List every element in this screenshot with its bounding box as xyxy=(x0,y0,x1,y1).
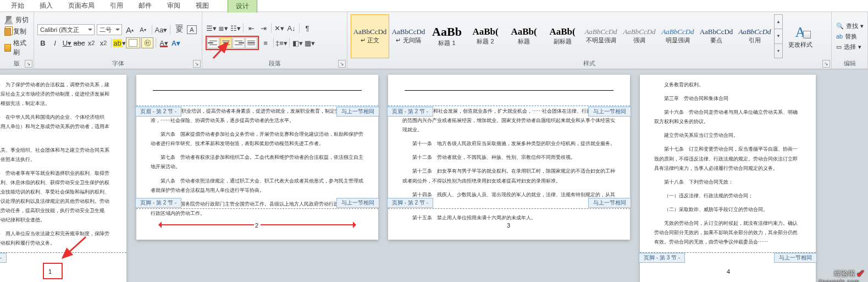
sort-button[interactable]: A↓ xyxy=(286,23,297,34)
separator xyxy=(289,38,290,48)
body-paragraph: 第十二条 劳动者就业，不因民族、种族、性别、宗教信仰不同而受歧视。 xyxy=(402,153,616,162)
subscript-button[interactable]: x2 xyxy=(86,37,97,48)
shrink-font-button[interactable]: A▾ xyxy=(137,24,148,35)
tab-layout[interactable]: 页面布局 xyxy=(60,0,102,12)
style-item[interactable]: AaBbCcDd↵ 无间隔 xyxy=(389,14,428,58)
find-button[interactable]: 🔍查找▾ xyxy=(835,22,865,30)
phonetic-guide-button[interactable]: 変 xyxy=(174,24,185,35)
header-same-as-prev-b[interactable]: 与上一节相同 xyxy=(588,107,631,117)
copy-label: 复制 xyxy=(13,27,26,36)
body-paragraph: 第一条 为了保护劳动者的合法权益，调整劳动关系，建立和维护适应社会主义市场经济的… xyxy=(0,80,112,108)
style-item[interactable]: AaBbCcDd引用 xyxy=(736,14,774,58)
replace-button[interactable]: ab替换 xyxy=(835,32,865,41)
header-same-as-prev[interactable]: 与上一节相同 xyxy=(336,107,379,117)
distribute-button[interactable]: ≡ xyxy=(260,37,271,48)
footer-same-as-prev-c[interactable]: 与上一节相同 xyxy=(774,253,817,263)
tab-view[interactable]: 视图 xyxy=(188,0,217,12)
styles-launcher[interactable]: ↘ xyxy=(822,60,830,68)
borders-button[interactable]: ▦▾ xyxy=(304,37,315,48)
style-item[interactable]: AaBbCcDd强调 xyxy=(620,14,659,58)
footer-tab-section2[interactable]: 页脚 - 第 2 节 - xyxy=(135,198,181,208)
style-item[interactable]: AaBb(标题 xyxy=(505,14,543,58)
gallery-more-icon[interactable]: ▾ xyxy=(775,44,782,58)
align-left-button[interactable] xyxy=(207,37,219,48)
multilevel-list-button[interactable]: ☷▾ xyxy=(230,23,241,34)
char-border-button[interactable]: A xyxy=(187,25,197,34)
footer-tab-section3[interactable]: 页脚 - 第 3 节 - xyxy=(639,253,685,263)
show-marks-button[interactable]: ¶ xyxy=(302,23,313,34)
italic-button[interactable]: I xyxy=(49,37,60,48)
change-case-button[interactable]: Aa▾ xyxy=(156,24,167,35)
ribbon: 剪切 复制 格式刷 版 ↘ Calibri (西文正 二号 A▴ A▾ Aa▾ … xyxy=(0,12,868,69)
style-item[interactable]: AaBb标题 1 xyxy=(428,14,466,58)
body-paragraph: ⋯⋯ 经济和社会发展，创造就业条件，扩大就业机会，⋯⋯社会团体在法律、行政法规规… xyxy=(402,107,616,135)
style-item[interactable]: AaBbCcDd不明显强调 xyxy=(582,14,620,58)
align-right-button[interactable] xyxy=(233,37,245,48)
gallery-up-icon[interactable]: ▲ xyxy=(775,15,782,29)
text-highlight-button[interactable]: ab▾ xyxy=(114,37,125,48)
grow-font-button[interactable]: A▴ xyxy=(124,24,135,35)
tab-insert[interactable]: 插入 xyxy=(32,0,60,12)
body-paragraph: ⋯⋯ 发展职业培训，提高劳动者本身素质，促进劳动就业，发展职业教育，制定劳动标准… xyxy=(151,107,364,125)
font-color-button[interactable]: A▾ xyxy=(158,37,169,48)
page-4-body: 义务教育的权利。第三章 劳动合同和集体合同第十六条 劳动合同是劳动者与用人单位确… xyxy=(640,75,816,257)
style-name: 强调 xyxy=(633,36,645,45)
text-effects-button[interactable]: A▾ xyxy=(170,37,181,48)
font-family-combo[interactable]: Calibri (西文正 xyxy=(37,24,95,35)
shading-button[interactable]: ◧▾ xyxy=(292,37,303,48)
bullets-button[interactable]: ☰▾ xyxy=(206,23,217,34)
footer-tab-section2b[interactable]: 页脚 - 第 2 节 - xyxy=(387,198,433,208)
asian-layout-button[interactable]: ✕▾ xyxy=(274,23,285,34)
footer-same-as-prev[interactable]: 与上一节相同 xyxy=(336,198,379,208)
style-preview: AaBbCcDd xyxy=(738,28,771,35)
char-shading-button[interactable] xyxy=(126,37,140,48)
paragraph-launcher[interactable]: ↘ xyxy=(338,60,346,68)
style-preview: AaBbCcDd xyxy=(584,28,617,35)
annotation-arrow-left xyxy=(161,224,254,225)
select-button[interactable]: ▭选择▾ xyxy=(835,43,865,51)
style-item[interactable]: AaBb(副标题 xyxy=(543,14,582,58)
numbering-button[interactable]: ≣▾ xyxy=(218,23,229,34)
decrease-indent-button[interactable]: ⇤ xyxy=(246,23,257,34)
footer-same-as-prev-b[interactable]: 与上一节相同 xyxy=(588,198,631,208)
tab-design-context[interactable]: 设计 xyxy=(228,0,257,13)
tab-mailings[interactable]: 邮件 xyxy=(131,0,159,12)
change-styles-button[interactable]: A更改样式 xyxy=(783,14,818,58)
clipboard-launcher[interactable]: ↘ xyxy=(25,60,32,68)
increase-indent-button[interactable]: ⇥ xyxy=(258,23,269,34)
superscript-button[interactable]: x2 xyxy=(98,37,109,48)
underline-button[interactable]: U▾ xyxy=(62,37,73,48)
line-spacing-button[interactable]: ‡≡▾ xyxy=(276,37,287,48)
gallery-down-icon[interactable]: ▼ xyxy=(775,29,782,43)
font-size-combo[interactable]: 二号 xyxy=(97,24,122,35)
gallery-scroll[interactable]: ▲▼▾ xyxy=(774,14,783,58)
copy-button[interactable]: 复制 xyxy=(3,27,30,36)
align-center-button[interactable] xyxy=(220,37,232,48)
watermark-url: jingyanla.com xyxy=(819,279,859,282)
header-rule xyxy=(153,90,362,91)
header-rule xyxy=(405,90,613,91)
tab-review[interactable]: 审阅 xyxy=(159,0,188,12)
header-tab-section2b[interactable]: 页眉 - 第 2 节 - xyxy=(387,107,433,117)
footer-boundary xyxy=(388,208,630,209)
bold-button[interactable]: B xyxy=(37,37,48,48)
cut-button[interactable]: 剪切 xyxy=(3,15,30,25)
body-paragraph: 第十五条 禁止用人单位招用未满十六周岁的未成年人。 xyxy=(402,213,616,223)
footer-tab-section1[interactable]: 页脚 - 第 1 节 - xyxy=(0,253,7,263)
style-item[interactable]: AaBbCcDd要点 xyxy=(697,14,736,58)
style-item[interactable]: AaBbCcDd明显强调 xyxy=(659,14,697,58)
style-item[interactable]: AaBb(标题 2 xyxy=(466,14,505,58)
body-paragraph: 第十一条 地方各级人民政府应当采取措施，发展多种类型的职业介绍机构，提供就业服务… xyxy=(402,139,616,148)
style-item[interactable]: AaBbCcDd↵ 正文 xyxy=(351,14,389,58)
tab-references[interactable]: 引用 xyxy=(102,0,131,12)
format-painter-button[interactable]: 格式刷 xyxy=(3,38,30,57)
align-justify-button[interactable] xyxy=(245,37,257,48)
body-paragraph: 第三章 劳动合同和集体合同 xyxy=(654,94,801,103)
tab-home[interactable]: 开始 xyxy=(3,0,32,12)
strikethrough-button[interactable]: abc xyxy=(74,37,85,48)
change-styles-icon: A xyxy=(795,24,806,41)
check-icon: ✔ xyxy=(856,268,865,280)
font-launcher[interactable]: ↘ xyxy=(193,60,201,68)
header-tab-section2[interactable]: 页眉 - 第 2 节 - xyxy=(135,107,181,117)
enclose-chars-button[interactable]: ㊓ xyxy=(141,37,153,48)
